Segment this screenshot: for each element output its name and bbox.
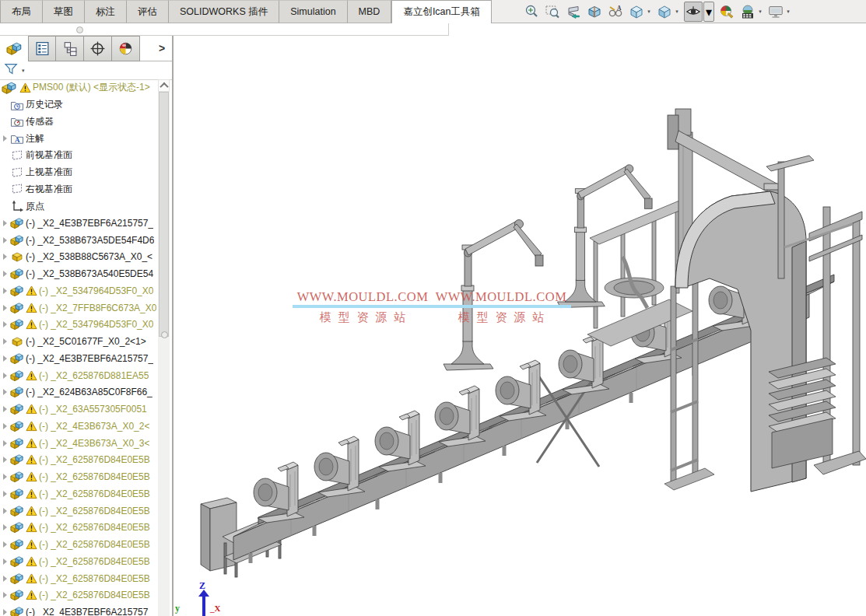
apply-scene-icon[interactable]: [739, 2, 756, 21]
hide-show-items-icon[interactable]: [684, 2, 703, 22]
tree-scrollbar[interactable]: [158, 79, 170, 616]
expand-arrow-icon[interactable]: [0, 135, 10, 142]
scrollbar-thumb[interactable]: [159, 92, 169, 337]
tree-item[interactable]: (-) _X2_7FFB8F6C673A_X0: [0, 299, 158, 317]
section-view-icon[interactable]: [586, 2, 603, 21]
ribbon-tab[interactable]: 布局: [0, 0, 43, 23]
zoom-fit-icon[interactable]: [523, 2, 540, 21]
panel-tab-appearances[interactable]: [112, 36, 140, 61]
display-style-icon[interactable]: [656, 2, 673, 21]
tree-item[interactable]: (-) _X2_538B673A540E5DE54: [0, 265, 158, 282]
tree-item[interactable]: (-) _X2_625876D84E0E5B: [0, 485, 158, 502]
panel-viewport-divider[interactable]: [172, 23, 174, 616]
tree-item[interactable]: 右视基准面: [0, 181, 158, 198]
expand-arrow-icon[interactable]: [0, 373, 10, 379]
expand-arrow-icon[interactable]: [0, 406, 10, 412]
ribbon-tab[interactable]: 嘉立创Ican工具箱: [391, 0, 492, 23]
scrollbar-up-button[interactable]: [158, 79, 170, 92]
expand-arrow-icon[interactable]: [0, 541, 10, 548]
ribbon-tab[interactable]: 评估: [127, 0, 169, 23]
tree-item[interactable]: (-) _X2_625876D84E0E5B: [0, 502, 158, 520]
ribbon-tab[interactable]: Simulation: [279, 0, 347, 23]
tree-item[interactable]: (-) _X2_5C01677F_X0_2<1>: [0, 333, 158, 350]
3d-assembly-model[interactable]: [174, 23, 866, 616]
expand-arrow-icon[interactable]: [0, 237, 10, 243]
tree-item-label: (-) _X2_625876D84E0E5B: [39, 556, 150, 567]
expand-arrow-icon[interactable]: [0, 355, 10, 362]
tree-item[interactable]: A注解: [0, 130, 158, 147]
tree-filter-row[interactable]: ▾: [0, 61, 172, 80]
tree-item[interactable]: 上视基准面: [0, 164, 158, 181]
expand-arrow-icon[interactable]: [0, 491, 10, 497]
tree-item[interactable]: (-) _X2_625876D881EA55: [0, 367, 158, 384]
tree-item[interactable]: 历史记录: [0, 96, 158, 114]
view-settings-icon[interactable]: [767, 2, 784, 21]
expand-arrow-icon[interactable]: [0, 389, 10, 395]
panel-tab-featuremanager[interactable]: [0, 36, 28, 61]
expand-arrow-icon[interactable]: [0, 558, 10, 565]
panel-tab-configuration[interactable]: [56, 36, 84, 61]
expand-arrow-icon[interactable]: [0, 474, 10, 480]
expand-arrow-icon[interactable]: [0, 254, 10, 260]
tree-item[interactable]: (-) _X2_538B673A5DE54F4D6: [0, 232, 158, 249]
zoom-area-icon[interactable]: [544, 2, 561, 21]
tree-item[interactable]: (-) _X2_4E3B7EBF6A215757_: [0, 604, 158, 616]
dropdown-caret-icon[interactable]: ▾: [674, 9, 680, 15]
tree-item[interactable]: (-) _X2_5347964D53F0_X0: [0, 282, 158, 299]
tree-item[interactable]: (-) _X2_4E3B673A_X0_3<: [0, 435, 158, 452]
view-orientation-icon[interactable]: [628, 2, 645, 21]
tree-item[interactable]: (-) _X2_4E3B7EBF6A215757_: [0, 350, 158, 367]
expand-arrow-icon[interactable]: [0, 288, 10, 294]
tree-item[interactable]: (-) _X2_4E3B7EBF6A215757_: [0, 215, 158, 232]
expand-arrow-icon[interactable]: [0, 423, 10, 429]
tree-item[interactable]: (-) _X2_625876D84E0E5B: [0, 452, 158, 469]
edit-appearance-icon[interactable]: [718, 2, 735, 21]
tree-item[interactable]: (-) _X2_625876D84E0E5B: [0, 570, 158, 587]
annotation-visibility-icon[interactable]: A: [607, 2, 624, 21]
tree-item[interactable]: 前视基准面: [0, 147, 158, 164]
expand-arrow-icon[interactable]: [0, 440, 10, 446]
tree-item[interactable]: (-) _X2_4E3B673A_X0_2<: [0, 418, 158, 435]
expand-arrow-icon[interactable]: [0, 508, 10, 514]
tree-item-label: (-) _X2_4E3B7EBF6A215757_: [26, 607, 153, 616]
expand-arrow-icon[interactable]: [0, 576, 10, 582]
expand-arrow-icon[interactable]: [0, 305, 10, 311]
dropdown-caret-icon[interactable]: ▾: [785, 9, 791, 15]
tree-item[interactable]: 传感器: [0, 114, 158, 131]
previous-view-icon[interactable]: [565, 2, 582, 21]
dropdown-caret-icon[interactable]: ▾: [703, 2, 714, 22]
tree-root-item[interactable]: PMS00 (默认) <显示状态-1>: [0, 79, 158, 96]
tree-item[interactable]: (-) _X2_624B63A85C0F8F66_: [0, 384, 158, 401]
ribbon-tab[interactable]: 标注: [85, 0, 127, 23]
tree-item[interactable]: (-) _X2_625876D84E0E5B: [0, 468, 158, 485]
expand-arrow-icon[interactable]: [0, 321, 10, 327]
ribbon-tab[interactable]: SOLIDWORKS 插件: [169, 0, 279, 23]
panel-tabs-expand-arrow[interactable]: >: [152, 36, 172, 61]
expand-arrow-icon[interactable]: [0, 609, 10, 615]
tree-item[interactable]: 原点: [0, 198, 158, 215]
dropdown-caret-icon[interactable]: ▾: [757, 9, 763, 15]
expand-arrow-icon[interactable]: [0, 271, 10, 277]
dropdown-caret-icon[interactable]: ▾: [646, 9, 652, 15]
filter-icon[interactable]: [3, 62, 20, 79]
tree-item-label: (-) _X2_625876D84E0E5B: [39, 539, 150, 550]
graphics-viewport[interactable]: [174, 23, 866, 616]
tree-item[interactable]: (-) _X2_5347964D53F0_X0: [0, 317, 158, 334]
filter-dropdown-caret[interactable]: ▾: [22, 68, 25, 74]
panel-tab-propertymanager[interactable]: [28, 36, 56, 61]
tree-item[interactable]: (-) _X2_625876D84E0E5B: [0, 587, 158, 604]
expand-arrow-icon[interactable]: [0, 524, 10, 530]
tree-item[interactable]: (-) _X2_625876D84E0E5B: [0, 536, 158, 553]
ribbon-pin-dot[interactable]: [76, 26, 83, 33]
expand-arrow-icon[interactable]: [0, 220, 10, 226]
tree-item[interactable]: (-) _X2_63A557305F0051: [0, 401, 158, 418]
panel-tab-dimxpert[interactable]: [84, 36, 112, 61]
tree-item[interactable]: (-) _X2_625876D84E0E5B: [0, 520, 158, 537]
expand-arrow-icon[interactable]: [0, 592, 10, 598]
ribbon-tab[interactable]: MBD: [348, 0, 392, 23]
expand-arrow-icon[interactable]: [0, 457, 10, 463]
ribbon-tab[interactable]: 草图: [43, 0, 85, 23]
tree-item[interactable]: (-) _X2_625876D84E0E5B: [0, 553, 158, 570]
expand-arrow-icon[interactable]: [0, 338, 10, 345]
tree-item[interactable]: (-) _X2_538B88C5673A_X0_<: [0, 249, 158, 266]
